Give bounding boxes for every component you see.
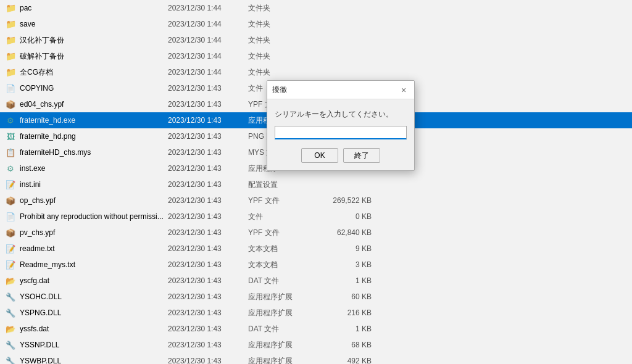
dialog-overlay: 擾徹 × シリアルキーを入力してください。 OK 終了 xyxy=(0,0,632,364)
dialog-title: 擾徹 xyxy=(272,85,287,95)
ok-button[interactable]: OK xyxy=(301,148,338,163)
dialog-titlebar: 擾徹 × xyxy=(267,81,414,99)
dialog-buttons: OK 終了 xyxy=(275,148,407,163)
serial-key-input[interactable] xyxy=(275,126,407,139)
file-explorer: 📁 pac 2023/12/30 1:44 文件夹 📁 save 2023/12… xyxy=(0,0,632,364)
serial-key-dialog: 擾徹 × シリアルキーを入力してください。 OK 終了 xyxy=(267,80,415,171)
dialog-message: シリアルキーを入力してください。 xyxy=(275,109,407,120)
dialog-close-button[interactable]: × xyxy=(398,85,409,96)
dialog-body: シリアルキーを入力してください。 OK 終了 xyxy=(267,99,414,170)
cancel-button[interactable]: 終了 xyxy=(343,148,380,163)
